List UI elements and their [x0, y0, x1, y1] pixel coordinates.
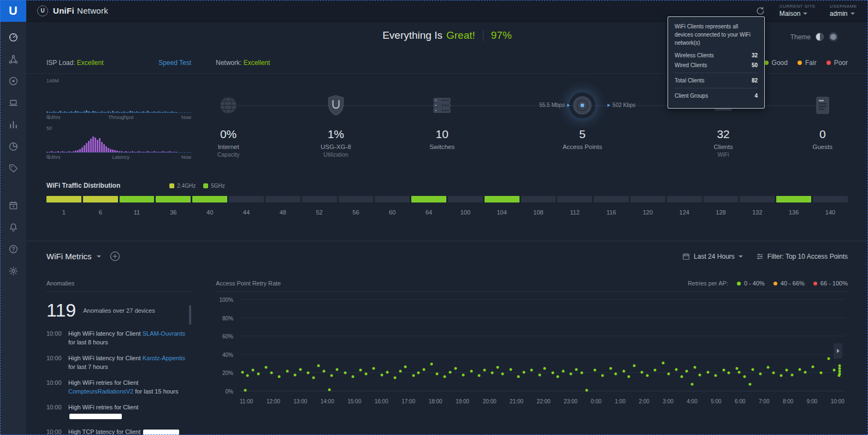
channel-label: 116 [594, 209, 629, 216]
channel-label: 108 [521, 209, 556, 216]
add-metric-icon[interactable] [110, 251, 120, 261]
retry-dot [449, 371, 452, 373]
node-label: USG-XG-8 [298, 144, 374, 150]
sidebar-item-clients[interactable] [0, 93, 26, 115]
switch-icon[interactable] [429, 92, 455, 118]
retry-legend-item: 40 - 66% [773, 280, 805, 287]
retry-dot [804, 371, 806, 373]
spark-bar [112, 150, 114, 152]
retry-dot [839, 364, 841, 367]
gateway-shield-icon[interactable] [323, 92, 349, 118]
unifi-logo[interactable]: U [0, 0, 26, 22]
health-status: Great! [446, 29, 475, 41]
tooltip-row: Wired Clients50 [675, 62, 758, 68]
metrics-panels: Anomalies 119 Anomalies over 27 devices … [26, 280, 868, 435]
sidebar-item-help[interactable] [0, 239, 26, 261]
anomalies-title: Anomalies [46, 280, 191, 292]
retry-dot [462, 373, 465, 376]
legend-label: Fair [805, 59, 817, 67]
wifi-metrics-title: WiFi Metrics [46, 252, 92, 261]
channel-segment-100 [448, 196, 483, 202]
spark-bar [121, 151, 122, 152]
x-tick-label: 17:00 [401, 398, 415, 404]
spark-bar [88, 141, 90, 152]
site-selector[interactable]: CURRENT SITE Maison [780, 4, 816, 17]
spark-bar [132, 111, 133, 112]
band-legend-5ghz: 5GHz [203, 183, 225, 189]
retry-dot [735, 367, 738, 370]
retry-dot [544, 367, 546, 370]
spark-bar [140, 152, 142, 152]
spark-bar [162, 151, 164, 152]
anomaly-time: 10:00 [46, 379, 68, 396]
spark-bar [134, 112, 135, 112]
channel-fill [485, 196, 519, 202]
client-link[interactable]: SLAM-Ouvrants [143, 330, 185, 337]
status-legend-good: Good [764, 59, 788, 67]
retry-dot [399, 370, 401, 373]
sidebar-item-settings[interactable] [0, 261, 26, 283]
network-status: Network: Excellent [216, 59, 270, 67]
anomaly-text-part: for last 15 hours [133, 388, 178, 395]
spark-bar [114, 150, 116, 152]
arrow-right-icon [567, 104, 570, 107]
spark-bar [101, 111, 103, 112]
sidebar-item-dashboard[interactable] [0, 27, 26, 49]
guests-icon[interactable] [810, 92, 836, 118]
channel-segment-40 [192, 196, 227, 202]
user-selector[interactable]: USERNAME admin [830, 4, 857, 17]
scrollbar-thumb[interactable] [189, 305, 191, 325]
spark-bar [123, 152, 125, 152]
spark-bar [46, 111, 48, 112]
channel-segment-124 [667, 196, 702, 202]
retry-dot [622, 370, 625, 373]
wifi-metrics-dropdown[interactable]: WiFi Metrics [46, 252, 101, 261]
sidebar-item-topology[interactable] [0, 49, 26, 71]
filter-selector[interactable]: Filter: Top 10 Access Points [756, 253, 848, 260]
retry-dot [790, 373, 793, 376]
x-tick-label: 19:00 [456, 398, 469, 404]
tooltip-row-value: 32 [752, 52, 758, 58]
channel-label: 120 [630, 209, 665, 216]
retry-dot [252, 369, 255, 372]
retry-dot [538, 373, 541, 376]
y-max-label: 50 [46, 126, 191, 131]
sidebar-item-insights[interactable] [0, 136, 26, 158]
tooltip-row-label: Wired Clients [675, 62, 707, 68]
access-point-icon[interactable] [569, 92, 595, 118]
wifi-clients-tooltip: WiFi Clients represents all devices conn… [668, 16, 765, 109]
client-link[interactable]: CompteursRadiationsV2 [68, 388, 133, 395]
tooltip-row-value: 4 [754, 93, 758, 99]
channel-segment-64 [411, 196, 446, 202]
x-tick-label: 8:00 [783, 398, 793, 404]
channel-label: 132 [740, 209, 775, 216]
retry-dot [706, 371, 709, 373]
next-page-icon[interactable] [834, 343, 842, 359]
spark-bar [84, 145, 85, 152]
sidebar-item-alerts[interactable] [0, 217, 26, 239]
sidebar-item-devices[interactable] [0, 71, 26, 93]
sidebar-item-events[interactable] [0, 195, 26, 217]
retry-dot [575, 368, 578, 371]
sidebar-item-statistics[interactable] [0, 115, 26, 136]
speed-test-link[interactable]: Speed Test [158, 59, 191, 67]
spark-bar [79, 112, 81, 112]
theme-dark-icon[interactable] [829, 32, 838, 41]
channel-label: 64 [411, 209, 446, 216]
anomaly-text-part: High WiFi retries for Client [68, 379, 138, 386]
spark-bar [134, 152, 135, 152]
spark-bar [171, 111, 173, 112]
refresh-icon[interactable] [755, 6, 765, 16]
section-divider [26, 241, 868, 241]
retry-dot [323, 370, 326, 373]
globe-icon[interactable] [215, 92, 241, 118]
sidebar-item-tag[interactable] [0, 158, 26, 180]
theme-light-icon[interactable] [816, 33, 824, 41]
spark-bar [153, 111, 155, 112]
client-link[interactable]: Karotz-Appentis [143, 355, 185, 361]
tooltip-divider [675, 88, 758, 88]
time-range-selector[interactable]: Last 24 Hours [682, 253, 743, 260]
retry-dot [562, 370, 565, 373]
spark-bar [129, 152, 131, 152]
anomaly-time: 10:00 [46, 428, 68, 435]
